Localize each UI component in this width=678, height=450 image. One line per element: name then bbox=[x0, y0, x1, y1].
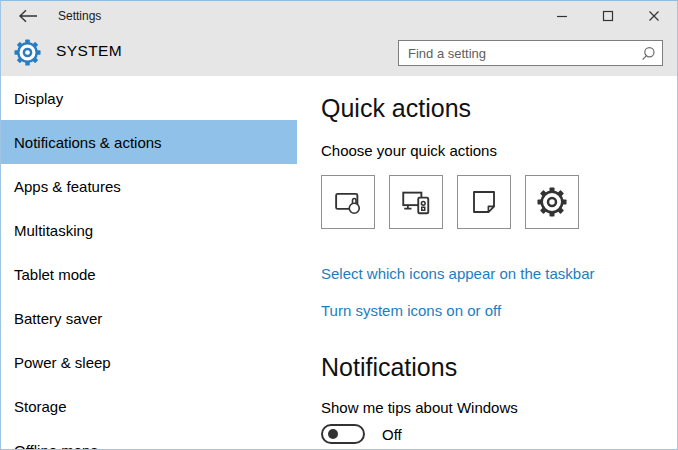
quick-action-tablet-mode[interactable] bbox=[321, 175, 375, 229]
search-input[interactable] bbox=[399, 41, 662, 65]
page-title: SYSTEM bbox=[56, 42, 122, 60]
window-title: Settings bbox=[58, 1, 101, 31]
maximize-button[interactable] bbox=[585, 1, 631, 31]
link-select-taskbar-icons[interactable]: Select which icons appear on the taskbar bbox=[321, 265, 595, 282]
maximize-icon bbox=[602, 10, 614, 22]
search-box bbox=[398, 40, 663, 66]
quick-action-connect[interactable] bbox=[389, 175, 443, 229]
close-button[interactable] bbox=[631, 1, 677, 31]
sidebar-item-tablet-mode[interactable]: Tablet mode bbox=[1, 252, 297, 296]
all-settings-icon bbox=[537, 187, 567, 217]
tips-toggle-label: Show me tips about Windows bbox=[321, 399, 518, 416]
quick-action-all-settings[interactable] bbox=[525, 175, 579, 229]
sidebar: Display Notifications & actions Apps & f… bbox=[1, 76, 297, 449]
sidebar-item-display[interactable]: Display bbox=[1, 76, 297, 120]
note-icon bbox=[469, 187, 499, 217]
window-controls bbox=[539, 1, 677, 31]
sidebar-item-power-sleep[interactable]: Power & sleep bbox=[1, 340, 297, 384]
sidebar-item-multitasking[interactable]: Multitasking bbox=[1, 208, 297, 252]
titlebar: Settings bbox=[1, 1, 677, 31]
quick-actions-subtitle: Choose your quick actions bbox=[321, 142, 497, 159]
close-icon bbox=[648, 10, 660, 22]
tablet-mode-icon bbox=[333, 187, 363, 217]
minimize-button[interactable] bbox=[539, 1, 585, 31]
sidebar-item-apps-features[interactable]: Apps & features bbox=[1, 164, 297, 208]
back-button[interactable] bbox=[11, 1, 45, 31]
sidebar-item-offline-maps[interactable]: Offline maps bbox=[1, 428, 297, 449]
sidebar-item-storage[interactable]: Storage bbox=[1, 384, 297, 428]
header: Settings bbox=[1, 1, 677, 76]
quick-actions-title: Quick actions bbox=[321, 94, 471, 123]
minimize-icon bbox=[556, 10, 568, 22]
back-arrow-icon bbox=[18, 9, 38, 23]
link-system-icons-on-off[interactable]: Turn system icons on or off bbox=[321, 302, 501, 319]
tips-toggle[interactable] bbox=[321, 424, 365, 444]
tips-toggle-row: Off bbox=[321, 424, 402, 444]
settings-gear bbox=[14, 39, 41, 70]
sidebar-item-battery-saver[interactable]: Battery saver bbox=[1, 296, 297, 340]
toggle-knob bbox=[328, 429, 338, 439]
notifications-title: Notifications bbox=[321, 353, 457, 382]
sidebar-item-notifications-actions[interactable]: Notifications & actions bbox=[1, 120, 297, 164]
quick-action-tiles bbox=[321, 175, 579, 229]
quick-action-note[interactable] bbox=[457, 175, 511, 229]
settings-window: Settings bbox=[0, 0, 678, 450]
gear-icon bbox=[14, 39, 41, 66]
connect-icon bbox=[401, 187, 431, 217]
toggle-state-label: Off bbox=[382, 426, 402, 443]
